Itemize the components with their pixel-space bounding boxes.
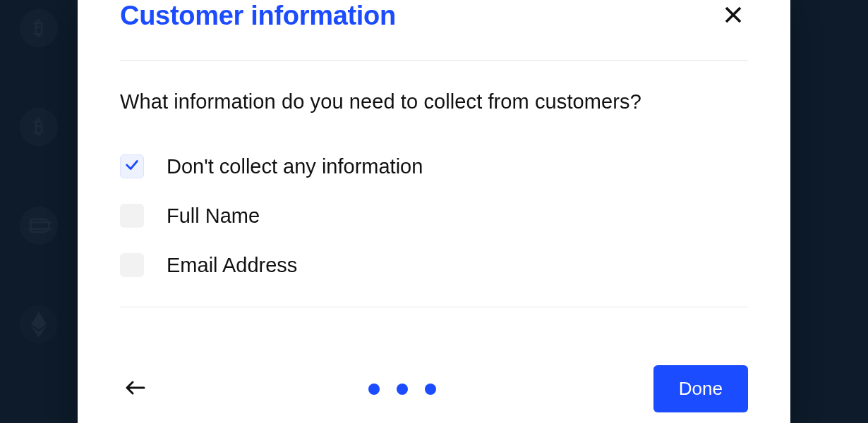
close-button[interactable] <box>718 0 748 32</box>
option-dont-collect[interactable]: Don't collect any information <box>120 154 748 178</box>
checkbox-checked[interactable] <box>120 154 144 178</box>
modal-body: What information do you need to collect … <box>120 61 748 345</box>
background-crypto-sidebar: ₿ ₿ <box>0 0 78 423</box>
option-full-name[interactable]: Full Name <box>120 204 748 228</box>
svg-text:₿: ₿ <box>33 116 44 137</box>
check-icon <box>124 157 140 176</box>
arrow-left-icon <box>123 390 148 400</box>
bitcoin-icon: ₿ <box>18 106 60 148</box>
option-label: Don't collect any information <box>167 155 423 178</box>
option-label: Email Address <box>167 254 297 277</box>
svg-text:₿: ₿ <box>33 17 44 39</box>
dai-icon <box>18 204 60 247</box>
svg-point-4 <box>20 207 58 245</box>
step-dot <box>425 384 436 395</box>
option-label: Full Name <box>167 204 260 228</box>
modal-title: Customer information <box>120 1 396 31</box>
step-dot <box>397 384 408 395</box>
customer-information-modal: Customer information What information do… <box>78 0 790 423</box>
close-icon <box>723 4 744 27</box>
step-dot <box>368 384 380 395</box>
modal-footer: Done <box>120 345 748 412</box>
modal-header: Customer information <box>120 0 748 61</box>
checkbox-unchecked[interactable] <box>120 253 144 277</box>
step-indicator <box>368 384 436 395</box>
bitcoin-icon: ₿ <box>18 7 60 49</box>
done-button[interactable]: Done <box>653 365 748 412</box>
ethereum-icon <box>18 303 60 345</box>
back-button[interactable] <box>120 372 151 406</box>
options-list: Don't collect any information Full Name … <box>120 154 748 307</box>
option-email-address[interactable]: Email Address <box>120 253 748 277</box>
checkbox-unchecked[interactable] <box>120 204 144 228</box>
question-text: What information do you need to collect … <box>120 90 748 114</box>
